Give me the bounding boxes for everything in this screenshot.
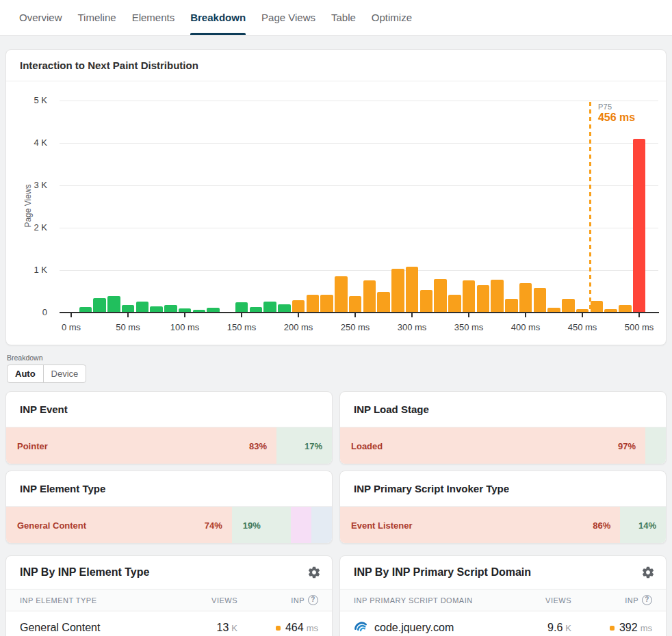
help-icon[interactable]: ? — [642, 595, 652, 605]
inp-by-primary-script-domain-table-card: INP By INP Primary Script Domain INP PRI… — [339, 555, 667, 636]
column-header-inp[interactable]: INP ? — [237, 595, 318, 605]
histogram-bar[interactable] — [491, 280, 504, 313]
segment-percentage: 14% — [638, 520, 656, 531]
breakdown-option-auto[interactable]: Auto — [8, 365, 44, 382]
y-axis-tick-label: 5 K — [16, 95, 47, 105]
x-axis-tick — [582, 313, 583, 317]
distribution-bar: Loaded97% — [340, 427, 666, 464]
x-axis-tick-label: 150 ms — [221, 322, 262, 332]
chart-card-header: Interaction to Next Paint Distribution — [6, 50, 666, 81]
histogram-bar[interactable] — [335, 276, 348, 313]
card-title: INP Load Stage — [340, 392, 666, 427]
tab-page-views[interactable]: Page Views — [261, 0, 315, 35]
p75-annotation: P75 456 ms — [598, 103, 635, 124]
histogram-bar[interactable] — [377, 292, 390, 313]
inp-element-type-card: INP Element Type General Content74%19% — [5, 471, 333, 544]
histogram-bar[interactable] — [591, 301, 604, 313]
distribution-segment[interactable]: 17% — [276, 427, 332, 464]
table-column-headers: INP PRIMARY SCRIPT DOMAIN VIEWS INP ? — [340, 589, 666, 611]
row-views-value: 13 — [217, 622, 229, 634]
x-axis-tick-label: 350 ms — [448, 322, 489, 332]
distribution-segment[interactable]: Event Listener86% — [340, 507, 620, 544]
segment-percentage: 97% — [618, 441, 636, 451]
x-axis-tick — [127, 313, 129, 317]
histogram-bar[interactable] — [463, 280, 476, 313]
tab-overview[interactable]: Overview — [19, 0, 62, 35]
distribution-segment[interactable] — [291, 507, 311, 544]
p75-value: 456 ms — [598, 111, 635, 124]
distribution-bar: Event Listener86%14% — [340, 506, 666, 544]
table-row[interactable]: code.jquery.com 9.6 K 392 ms — [340, 611, 666, 636]
help-icon[interactable]: ? — [308, 595, 318, 605]
distribution-segment[interactable] — [645, 427, 666, 464]
chart-plot-area: P75 456 ms — [71, 101, 664, 313]
column-header-inp-label: INP — [291, 596, 305, 605]
histogram-bar[interactable] — [363, 280, 376, 313]
x-axis-tick — [298, 313, 299, 317]
histogram-bar[interactable] — [263, 302, 276, 313]
column-header-inp-label: INP — [625, 596, 638, 605]
tab-breakdown[interactable]: Breakdown — [190, 0, 246, 35]
p75-tag: P75 — [598, 103, 635, 111]
histogram-bar[interactable] — [307, 295, 320, 313]
table-header: INP By INP Element Type — [6, 556, 332, 589]
inp-status-dot — [610, 626, 615, 631]
histogram-bar[interactable] — [633, 139, 646, 313]
histogram-bar[interactable] — [505, 299, 518, 313]
gear-icon[interactable] — [641, 566, 655, 579]
row-script-domain: code.jquery.com — [374, 622, 454, 634]
histogram-bar[interactable] — [420, 290, 433, 313]
jquery-logo-icon — [354, 621, 367, 635]
column-header-views[interactable]: VIEWS — [172, 596, 237, 605]
row-inp-value: 464 — [285, 622, 304, 634]
tab-table[interactable]: Table — [331, 0, 356, 35]
row-inp-value: 392 — [619, 622, 638, 634]
column-header-script-domain[interactable]: INP PRIMARY SCRIPT DOMAIN — [354, 596, 506, 605]
histogram-bar[interactable] — [434, 279, 447, 313]
y-axis-title: Page Views — [23, 172, 33, 240]
inp-distribution-chart: 01 K2 K3 K4 K5 K Page Views P75 456 ms 0… — [6, 81, 666, 345]
histogram-bar[interactable] — [107, 296, 120, 313]
gear-icon[interactable] — [307, 566, 321, 579]
y-axis-tick-label: 4 K — [16, 137, 47, 148]
x-axis-tick-label: 450 ms — [562, 322, 603, 332]
histogram-bar[interactable] — [534, 288, 547, 313]
histogram-bar[interactable] — [406, 267, 419, 313]
x-axis-tick-label: 400 ms — [505, 322, 546, 332]
x-axis-tick — [468, 313, 469, 317]
inp-load-stage-card: INP Load Stage Loaded97% — [339, 391, 667, 464]
inp-by-element-type-table-card: INP By INP Element Type INP ELEMENT TYPE… — [5, 555, 333, 636]
distribution-segment[interactable] — [311, 507, 332, 544]
histogram-bar[interactable] — [448, 295, 461, 313]
distribution-segment[interactable]: 19% — [232, 507, 291, 544]
row-views-value: 9.6 — [547, 622, 563, 634]
x-axis-tick-label: 200 ms — [278, 322, 319, 332]
distribution-segment[interactable]: General Content74% — [6, 507, 232, 544]
tab-timeline[interactable]: Timeline — [78, 0, 116, 35]
breakdown-option-device[interactable]: Device — [44, 365, 86, 382]
histogram-bar[interactable] — [136, 302, 149, 313]
column-header-views[interactable]: VIEWS — [506, 596, 571, 605]
column-header-element-type[interactable]: INP ELEMENT TYPE — [20, 596, 172, 605]
x-axis-tick — [525, 313, 526, 317]
table-row[interactable]: General Content 13 K 464 ms — [6, 611, 332, 636]
segment-label: Event Listener — [351, 520, 413, 531]
histogram-bar[interactable] — [292, 300, 305, 313]
histogram-bar[interactable] — [391, 269, 404, 313]
histogram-bar[interactable] — [93, 298, 106, 313]
distribution-segment[interactable]: 14% — [620, 507, 666, 544]
histogram-bar[interactable] — [562, 299, 575, 313]
row-views-unit: K — [231, 623, 237, 633]
distribution-segment[interactable]: Loaded97% — [340, 427, 645, 464]
histogram-bar[interactable] — [519, 283, 532, 313]
table-column-headers: INP ELEMENT TYPE VIEWS INP ? — [6, 589, 332, 611]
histogram-bar[interactable] — [349, 296, 362, 313]
distribution-segment[interactable]: Pointer83% — [6, 427, 276, 464]
histogram-bar[interactable] — [235, 302, 248, 313]
column-header-inp[interactable]: INP ? — [571, 595, 652, 605]
tab-elements[interactable]: Elements — [132, 0, 175, 35]
histogram-bar[interactable] — [320, 295, 333, 313]
tab-optimize[interactable]: Optimize — [372, 0, 412, 35]
histogram-bar[interactable] — [477, 285, 490, 313]
segment-percentage: 74% — [205, 520, 222, 531]
